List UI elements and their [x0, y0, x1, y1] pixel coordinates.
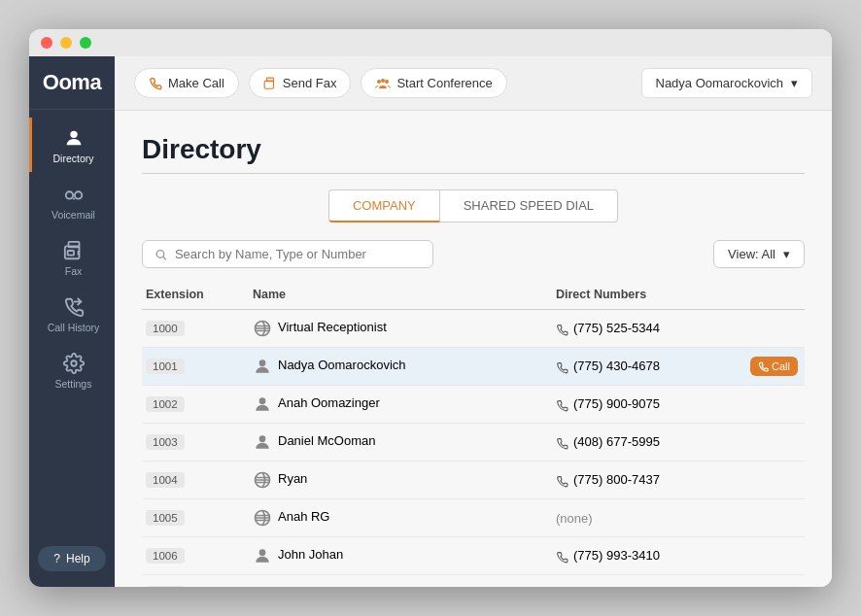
sidebar-item-call-history[interactable]: Call History [29, 287, 115, 341]
logo: Ooma [43, 70, 101, 95]
tabs-row: COMPANY SHARED SPEED DIAL [142, 189, 805, 222]
svg-point-12 [377, 80, 381, 84]
minimize-button[interactable] [60, 37, 72, 49]
cell-call-action [746, 386, 805, 424]
svg-point-1 [65, 191, 72, 198]
table-row[interactable]: 1007Clinton Oomavenko(970) 343-5942 [142, 575, 805, 588]
call-button[interactable]: Call [750, 357, 798, 376]
table-row[interactable]: 1006John Johan(775) 993-3410 [142, 537, 805, 575]
cell-extension: 1002 [142, 386, 249, 424]
extension-badge: 1005 [146, 510, 185, 526]
cell-name: Virtual Receptionist [249, 310, 552, 348]
view-dropdown-arrow-icon: ▾ [783, 247, 790, 261]
cell-number: (none) [552, 499, 746, 537]
user-name: Nadya Oomarockovich [656, 76, 784, 90]
phone-number-text: (775) 900-9075 [573, 396, 660, 411]
cell-number: (775) 800-7437 [552, 462, 746, 499]
directory-table: Extension Name Direct Numbers 1000Virtua… [142, 284, 805, 587]
person-icon [253, 394, 272, 414]
send-fax-button[interactable]: Send Fax [249, 68, 352, 98]
svg-line-16 [163, 257, 166, 259]
voicemail-icon [63, 184, 85, 205]
phone-number-icon [556, 475, 568, 488]
sidebar-item-voicemail[interactable]: Voicemail [29, 174, 115, 228]
table-row[interactable]: 1002Anah Oomazinger(775) 900-9075 [142, 386, 805, 424]
phone-number-icon [556, 437, 568, 450]
fax-icon [63, 240, 85, 261]
svg-point-13 [385, 80, 389, 84]
table-row[interactable]: 1000Virtual Receptionist(775) 525-5344 [142, 310, 805, 348]
extension-badge: 1001 [146, 359, 185, 374]
cell-call-action [746, 462, 805, 499]
cell-extension: 1001 [142, 348, 249, 386]
cell-name: Anah Oomazinger [249, 386, 552, 424]
title-divider [142, 173, 805, 174]
contact-name: Ryan [278, 471, 307, 486]
help-icon: ? [53, 552, 60, 565]
send-fax-label: Send Fax [283, 76, 337, 90]
extension-badge: 1006 [146, 548, 185, 564]
extension-badge: 1004 [146, 472, 185, 488]
search-box[interactable] [142, 240, 433, 268]
cell-call-action [746, 310, 805, 348]
search-icon [155, 248, 167, 261]
page-title: Directory [142, 134, 805, 165]
cell-extension: 1005 [142, 499, 249, 537]
svg-point-19 [259, 397, 266, 404]
contact-name: Daniel McOoman [278, 433, 375, 448]
view-dropdown[interactable]: View: All ▾ [713, 240, 805, 268]
svg-point-20 [259, 435, 266, 442]
close-button[interactable] [41, 37, 52, 49]
table-row[interactable]: 1004Ryan(775) 800-7437 [142, 462, 805, 499]
search-input[interactable] [175, 247, 421, 261]
header-extension: Extension [142, 284, 249, 310]
cell-call-action [746, 499, 805, 537]
sidebar-label-settings: Settings [55, 378, 92, 390]
svg-point-18 [259, 359, 266, 366]
table-row[interactable]: 1005Anah RG(none) [142, 499, 805, 537]
cell-extension: 1004 [142, 462, 249, 499]
sidebar-label-call-history: Call History [48, 322, 100, 333]
tab-company[interactable]: COMPANY [328, 189, 440, 222]
contact-name: Clinton Oomavenko [278, 585, 389, 587]
svg-point-2 [74, 191, 81, 198]
start-conference-button[interactable]: Start Conference [361, 68, 506, 98]
view-dropdown-label: View: All [728, 247, 775, 261]
tab-shared-speed-dial[interactable]: SHARED SPEED DIAL [440, 189, 618, 222]
sidebar-label-fax: Fax [65, 265, 83, 277]
logo-area: Ooma [29, 56, 115, 110]
contact-name: Virtual Receptionist [278, 320, 387, 334]
person-icon [253, 546, 272, 565]
person-icon [253, 584, 272, 587]
cell-number: (970) 343-5942 [552, 575, 746, 588]
phone-number-icon [556, 551, 568, 564]
sidebar-item-directory[interactable]: Directory [29, 118, 115, 172]
globe-icon [253, 508, 272, 528]
topbar: Make Call Send Fax Sta [115, 56, 832, 111]
sidebar-item-settings[interactable]: Settings [29, 343, 115, 397]
globe-icon [253, 319, 272, 338]
help-button[interactable]: ? Help [38, 546, 105, 571]
cell-extension: 1007 [142, 575, 249, 588]
main-content: Make Call Send Fax Sta [115, 56, 832, 587]
maximize-button[interactable] [80, 37, 91, 49]
cell-number: (775) 900-9075 [552, 386, 746, 424]
phone-number-text: (775) 525-5344 [573, 321, 660, 335]
globe-icon [253, 470, 272, 490]
contact-name: Anah RG [278, 509, 329, 524]
cell-number: (775) 525-5344 [552, 310, 746, 348]
cell-extension: 1000 [142, 310, 249, 348]
cell-call-action: Call [746, 348, 805, 386]
start-conference-label: Start Conference [396, 76, 492, 90]
cell-name: Nadya Oomarockovich [249, 348, 552, 386]
user-dropdown[interactable]: Nadya Oomarockovich ▾ [641, 68, 813, 98]
call-history-icon [63, 296, 85, 318]
sidebar-item-fax[interactable]: Fax [29, 230, 115, 285]
make-call-button[interactable]: Make Call [134, 68, 239, 98]
cell-name: Daniel McOoman [249, 424, 552, 462]
person-icon [253, 432, 272, 452]
cell-call-action [746, 537, 805, 575]
table-row[interactable]: 1001Nadya Oomarockovich(775) 430-4678 Ca… [142, 348, 805, 386]
table-row[interactable]: 1003Daniel McOoman(408) 677-5995 [142, 424, 805, 462]
make-call-label: Make Call [168, 76, 224, 90]
